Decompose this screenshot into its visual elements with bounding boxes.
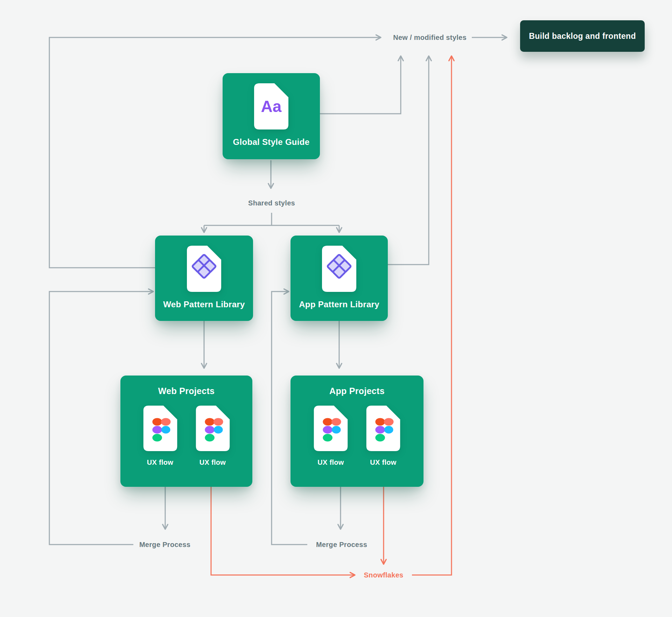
ux-flow-item: UX flow [366,405,401,467]
merge-process-app-label: Merge Process [316,541,367,549]
merge-process-web-label: Merge Process [139,541,190,549]
pattern-document-icon [322,245,357,292]
ux-flow-item: UX flow [143,405,178,467]
app-projects-title: App Projects [329,386,385,396]
ux-flow-item: UX flow [195,405,230,467]
edge-web-pattern-library-to-new-styles [49,37,380,268]
typography-document-icon: Aa [254,83,289,130]
figma-document-icon [313,405,348,451]
shared-styles-label: Shared styles [248,199,295,207]
ux-flow-item: UX flow [313,405,348,467]
app-projects-docs: UX flow UX flow [313,405,401,467]
node-global-style-guide: Aa Global Style Guide [223,73,320,159]
pattern-document-icon [187,245,222,292]
edge-shared-styles-split [204,213,339,225]
node-web-projects: Web Projects UX flow [120,376,252,487]
edge-app-pattern-library-to-new-styles [388,57,429,265]
ux-flow-label: UX flow [317,458,344,467]
ux-flow-label: UX flow [147,458,173,467]
diagram-canvas: Aa Global Style Guide Web Pattern Librar… [0,0,672,617]
node-app-projects: App Projects UX flow [290,376,424,487]
node-app-pattern-library: App Pattern Library [290,236,388,321]
edge-global-style-guide-to-new-styles [320,57,401,114]
edge-web-projects-to-snowflakes [211,486,354,575]
aa-glyph: Aa [261,97,282,115]
figma-document-icon [366,405,401,451]
build-backlog-label: Build backlog and frontend [529,31,636,41]
snowflakes-label: Snowflakes [364,571,403,579]
app-pattern-library-label: App Pattern Library [299,300,379,309]
global-style-guide-label: Global Style Guide [233,137,310,147]
web-projects-docs: UX flow UX flow [143,405,230,467]
edge-snowflakes-to-new-styles [412,57,451,575]
new-modified-styles-label: New / modified styles [393,34,467,42]
node-build-backlog: Build backlog and frontend [520,20,645,52]
web-pattern-library-label: Web Pattern Library [163,300,245,309]
ux-flow-label: UX flow [200,458,226,467]
figma-document-icon [195,405,230,451]
ux-flow-label: UX flow [370,458,396,467]
node-web-pattern-library: Web Pattern Library [155,236,253,321]
web-projects-title: Web Projects [158,386,215,396]
figma-document-icon [143,405,178,451]
